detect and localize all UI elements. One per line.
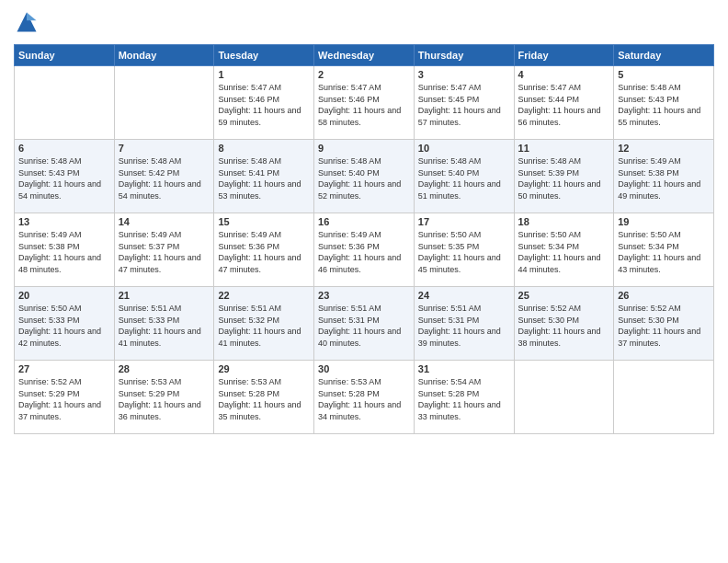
calendar-cell: 31Sunrise: 5:54 AM Sunset: 5:28 PM Dayli… [414,361,514,434]
day-info: Sunrise: 5:53 AM Sunset: 5:28 PM Dayligh… [318,376,410,422]
logo [14,9,43,35]
day-number: 8 [218,143,310,154]
logo-icon [14,9,40,35]
day-number: 4 [518,69,610,80]
day-number: 21 [119,290,210,301]
calendar-cell: 23Sunrise: 5:51 AM Sunset: 5:31 PM Dayli… [314,287,415,361]
calendar-cell: 13Sunrise: 5:49 AM Sunset: 5:38 PM Dayli… [15,213,115,287]
day-info: Sunrise: 5:50 AM Sunset: 5:35 PM Dayligh… [418,229,510,275]
day-number: 23 [318,290,410,301]
calendar-cell: 6Sunrise: 5:48 AM Sunset: 5:43 PM Daylig… [15,140,115,213]
day-number: 20 [18,290,110,301]
calendar-cell [15,66,115,140]
calendar-cell: 16Sunrise: 5:49 AM Sunset: 5:36 PM Dayli… [314,213,415,287]
day-number: 27 [18,363,110,374]
day-info: Sunrise: 5:54 AM Sunset: 5:28 PM Dayligh… [418,376,510,422]
day-info: Sunrise: 5:52 AM Sunset: 5:30 PM Dayligh… [518,303,610,349]
calendar-cell: 11Sunrise: 5:48 AM Sunset: 5:39 PM Dayli… [514,140,614,213]
calendar-cell: 20Sunrise: 5:50 AM Sunset: 5:33 PM Dayli… [15,287,115,361]
day-info: Sunrise: 5:47 AM Sunset: 5:46 PM Dayligh… [318,82,410,128]
calendar-cell: 24Sunrise: 5:51 AM Sunset: 5:31 PM Dayli… [414,287,514,361]
calendar-cell: 9Sunrise: 5:48 AM Sunset: 5:40 PM Daylig… [314,140,415,213]
day-number: 1 [218,69,310,80]
day-number: 10 [418,143,510,154]
day-info: Sunrise: 5:51 AM Sunset: 5:33 PM Dayligh… [119,303,210,349]
week-row-5: 27Sunrise: 5:52 AM Sunset: 5:29 PM Dayli… [15,361,714,434]
day-info: Sunrise: 5:48 AM Sunset: 5:40 PM Dayligh… [418,155,510,201]
col-header-sunday: Sunday [15,45,115,66]
calendar-cell: 19Sunrise: 5:50 AM Sunset: 5:34 PM Dayli… [614,213,714,287]
calendar-cell: 25Sunrise: 5:52 AM Sunset: 5:30 PM Dayli… [514,287,614,361]
day-number: 17 [418,216,510,227]
day-info: Sunrise: 5:52 AM Sunset: 5:29 PM Dayligh… [18,376,110,422]
day-info: Sunrise: 5:49 AM Sunset: 5:38 PM Dayligh… [618,155,710,201]
day-info: Sunrise: 5:48 AM Sunset: 5:41 PM Dayligh… [218,155,310,201]
day-info: Sunrise: 5:51 AM Sunset: 5:32 PM Dayligh… [218,303,310,349]
day-info: Sunrise: 5:49 AM Sunset: 5:36 PM Dayligh… [218,229,310,275]
day-number: 9 [318,143,410,154]
calendar-cell: 8Sunrise: 5:48 AM Sunset: 5:41 PM Daylig… [214,140,314,213]
day-number: 25 [518,290,610,301]
week-row-3: 13Sunrise: 5:49 AM Sunset: 5:38 PM Dayli… [15,213,714,287]
calendar-cell: 1Sunrise: 5:47 AM Sunset: 5:46 PM Daylig… [214,66,314,140]
day-number: 7 [119,143,210,154]
page: SundayMondayTuesdayWednesdayThursdayFrid… [0,0,728,563]
day-info: Sunrise: 5:50 AM Sunset: 5:33 PM Dayligh… [18,303,110,349]
day-info: Sunrise: 5:53 AM Sunset: 5:28 PM Dayligh… [218,376,310,422]
day-info: Sunrise: 5:48 AM Sunset: 5:43 PM Dayligh… [18,155,110,201]
day-number: 5 [618,69,710,80]
calendar-cell: 21Sunrise: 5:51 AM Sunset: 5:33 PM Dayli… [114,287,214,361]
day-number: 24 [418,290,510,301]
col-header-friday: Friday [514,45,614,66]
day-info: Sunrise: 5:51 AM Sunset: 5:31 PM Dayligh… [418,303,510,349]
day-number: 19 [618,216,710,227]
day-info: Sunrise: 5:48 AM Sunset: 5:43 PM Dayligh… [618,82,710,128]
calendar-cell: 2Sunrise: 5:47 AM Sunset: 5:46 PM Daylig… [314,66,415,140]
calendar-cell [614,361,714,434]
day-number: 2 [318,69,410,80]
col-header-wednesday: Wednesday [314,45,415,66]
day-info: Sunrise: 5:50 AM Sunset: 5:34 PM Dayligh… [618,229,710,275]
day-number: 29 [218,363,310,374]
day-number: 26 [618,290,710,301]
calendar-cell: 14Sunrise: 5:49 AM Sunset: 5:37 PM Dayli… [114,213,214,287]
calendar-cell: 3Sunrise: 5:47 AM Sunset: 5:45 PM Daylig… [414,66,514,140]
col-header-thursday: Thursday [414,45,514,66]
calendar-cell: 15Sunrise: 5:49 AM Sunset: 5:36 PM Dayli… [214,213,314,287]
calendar-cell: 5Sunrise: 5:48 AM Sunset: 5:43 PM Daylig… [614,66,714,140]
week-row-2: 6Sunrise: 5:48 AM Sunset: 5:43 PM Daylig… [15,140,714,213]
calendar-cell: 17Sunrise: 5:50 AM Sunset: 5:35 PM Dayli… [414,213,514,287]
calendar-cell: 28Sunrise: 5:53 AM Sunset: 5:29 PM Dayli… [114,361,214,434]
day-number: 15 [218,216,310,227]
col-header-tuesday: Tuesday [214,45,314,66]
day-number: 18 [518,216,610,227]
day-info: Sunrise: 5:53 AM Sunset: 5:29 PM Dayligh… [119,376,210,422]
week-row-1: 1Sunrise: 5:47 AM Sunset: 5:46 PM Daylig… [15,66,714,140]
calendar-cell: 4Sunrise: 5:47 AM Sunset: 5:44 PM Daylig… [514,66,614,140]
day-info: Sunrise: 5:50 AM Sunset: 5:34 PM Dayligh… [518,229,610,275]
week-row-4: 20Sunrise: 5:50 AM Sunset: 5:33 PM Dayli… [15,287,714,361]
day-number: 3 [418,69,510,80]
calendar-cell [114,66,214,140]
day-info: Sunrise: 5:47 AM Sunset: 5:45 PM Dayligh… [418,82,510,128]
day-number: 16 [318,216,410,227]
calendar-cell: 30Sunrise: 5:53 AM Sunset: 5:28 PM Dayli… [314,361,415,434]
day-number: 30 [318,363,410,374]
day-number: 31 [418,363,510,374]
calendar-cell: 12Sunrise: 5:49 AM Sunset: 5:38 PM Dayli… [614,140,714,213]
day-info: Sunrise: 5:48 AM Sunset: 5:39 PM Dayligh… [518,155,610,201]
calendar-cell: 29Sunrise: 5:53 AM Sunset: 5:28 PM Dayli… [214,361,314,434]
day-number: 11 [518,143,610,154]
day-info: Sunrise: 5:49 AM Sunset: 5:36 PM Dayligh… [318,229,410,275]
day-info: Sunrise: 5:47 AM Sunset: 5:44 PM Dayligh… [518,82,610,128]
calendar-cell: 27Sunrise: 5:52 AM Sunset: 5:29 PM Dayli… [15,361,115,434]
calendar-cell: 18Sunrise: 5:50 AM Sunset: 5:34 PM Dayli… [514,213,614,287]
calendar-cell: 7Sunrise: 5:48 AM Sunset: 5:42 PM Daylig… [114,140,214,213]
calendar-cell [514,361,614,434]
day-number: 22 [218,290,310,301]
day-info: Sunrise: 5:49 AM Sunset: 5:38 PM Dayligh… [18,229,110,275]
col-header-saturday: Saturday [614,45,714,66]
col-header-monday: Monday [114,45,214,66]
calendar-cell: 26Sunrise: 5:52 AM Sunset: 5:30 PM Dayli… [614,287,714,361]
day-number: 28 [119,363,210,374]
